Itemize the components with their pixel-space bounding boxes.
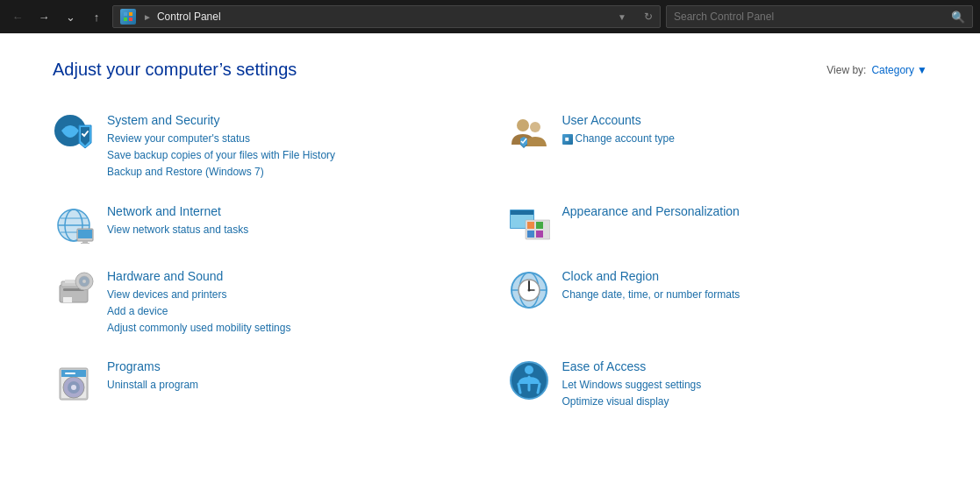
ease-of-access-title[interactable]: Ease of Access (562, 359, 928, 373)
control-panel-icon (120, 9, 136, 25)
user-accounts-text: User Accounts ■Change account type (562, 113, 928, 147)
system-security-icon (53, 113, 95, 155)
recent-locations-button[interactable]: ⌄ (60, 6, 81, 27)
hardware-sound-link-1[interactable]: View devices and printers (107, 287, 473, 303)
system-security-link-3[interactable]: Backup and Restore (Windows 7) (107, 164, 473, 181)
svg-point-8 (530, 122, 540, 132)
svg-point-7 (517, 119, 529, 131)
hardware-sound-link-2[interactable]: Add a device (107, 303, 473, 320)
svg-rect-19 (82, 241, 88, 243)
network-internet-title[interactable]: Network and Internet (107, 204, 473, 218)
network-internet-text: Network and Internet View network status… (107, 204, 473, 238)
system-security-link-1[interactable]: Review your computer's status (107, 131, 473, 147)
page-header: Adjust your computer’s settings View by:… (53, 60, 927, 80)
svg-rect-25 (527, 222, 534, 229)
svg-rect-3 (129, 18, 132, 21)
up-button[interactable]: ↑ (86, 6, 107, 27)
svg-rect-27 (527, 231, 534, 238)
view-by-dropdown[interactable]: Category ▼ (871, 64, 927, 76)
back-button[interactable]: ← (7, 6, 28, 27)
titlebar: ← → ⌄ ↑ ► Control Panel ▼ ↻ 🔍 (0, 0, 980, 33)
svg-rect-18 (78, 230, 92, 238)
svg-point-44 (527, 288, 530, 291)
programs-icon (53, 359, 95, 401)
address-bar[interactable]: ► Control Panel ▼ ↻ (112, 5, 661, 28)
network-internet-icon (53, 204, 95, 246)
programs-title[interactable]: Programs (107, 359, 473, 373)
clock-region-link-1[interactable]: Change date, time, or number formats (562, 287, 928, 303)
panel-network-internet[interactable]: Network and Internet View network status… (53, 197, 473, 253)
svg-rect-1 (129, 12, 132, 16)
svg-point-54 (525, 366, 533, 374)
user-accounts-link-1[interactable]: ■Change account type (562, 131, 928, 147)
svg-line-56 (538, 384, 540, 393)
system-security-text: System and Security Review your computer… (107, 113, 473, 181)
search-input[interactable] (674, 11, 951, 23)
view-by-value-text: Category (871, 64, 914, 76)
appearance-icon (508, 204, 550, 246)
programs-link-1[interactable]: Uninstall a program (107, 377, 473, 394)
address-dropdown-button[interactable]: ▼ (618, 12, 626, 22)
programs-text: Programs Uninstall a program (107, 359, 473, 394)
ease-of-access-icon (508, 359, 550, 401)
page-title: Adjust your computer’s settings (53, 60, 297, 80)
clock-region-icon (508, 269, 550, 311)
panel-programs[interactable]: Programs Uninstall a program (53, 352, 473, 417)
hardware-sound-link-3[interactable]: Adjust commonly used mobility settings (107, 320, 473, 337)
ease-of-access-link-1[interactable]: Let Windows suggest settings (562, 377, 928, 394)
appearance-text: Appearance and Personalization (562, 204, 928, 222)
user-accounts-title[interactable]: User Accounts (562, 113, 928, 127)
panel-system-security[interactable]: System and Security Review your computer… (53, 106, 473, 188)
svg-point-49 (71, 385, 76, 390)
clock-region-text: Clock and Region Change date, time, or n… (562, 269, 928, 303)
network-internet-link-1[interactable]: View network status and tasks (107, 222, 473, 238)
panel-clock-region[interactable]: Clock and Region Change date, time, or n… (508, 262, 928, 344)
breadcrumb-arrow: ► (143, 12, 152, 22)
view-by-label: View by: (826, 64, 866, 76)
hardware-sound-icon (53, 269, 95, 311)
search-icon[interactable]: 🔍 (951, 11, 965, 24)
forward-button[interactable]: → (33, 6, 54, 27)
panels-grid: System and Security Review your computer… (53, 106, 927, 418)
svg-rect-28 (536, 231, 543, 238)
panel-ease-of-access[interactable]: Ease of Access Let Windows suggest setti… (508, 352, 928, 417)
content-area: Adjust your computer’s settings View by:… (0, 33, 980, 504)
svg-rect-51 (65, 373, 75, 374)
svg-rect-2 (124, 18, 127, 21)
svg-rect-20 (81, 243, 89, 244)
view-by-chevron-icon: ▼ (917, 64, 927, 76)
panel-user-accounts[interactable]: User Accounts ■Change account type (508, 106, 928, 188)
address-text: Control Panel (157, 11, 221, 23)
system-security-link-2[interactable]: Save backup copies of your files with Fi… (107, 147, 473, 164)
clock-region-title[interactable]: Clock and Region (562, 269, 928, 283)
svg-rect-33 (63, 297, 72, 302)
ease-of-access-text: Ease of Access Let Windows suggest setti… (562, 359, 928, 410)
svg-rect-0 (124, 12, 127, 16)
ease-of-access-link-2[interactable]: Optimize visual display (562, 394, 928, 410)
svg-rect-23 (511, 210, 533, 215)
search-bar[interactable]: 🔍 (666, 5, 973, 28)
hardware-sound-text: Hardware and Sound View devices and prin… (107, 269, 473, 337)
svg-rect-26 (536, 222, 543, 229)
view-by-control[interactable]: View by: Category ▼ (826, 64, 927, 76)
svg-line-55 (519, 384, 520, 393)
svg-point-36 (82, 280, 86, 283)
hardware-sound-title[interactable]: Hardware and Sound (107, 269, 473, 283)
panel-hardware-sound[interactable]: Hardware and Sound View devices and prin… (53, 262, 473, 344)
appearance-title[interactable]: Appearance and Personalization (562, 204, 928, 218)
refresh-button[interactable]: ↻ (644, 11, 653, 23)
panel-appearance[interactable]: Appearance and Personalization (508, 197, 928, 253)
uac-shield-icon: ■ (562, 134, 573, 145)
user-accounts-icon (508, 113, 550, 155)
system-security-title[interactable]: System and Security (107, 113, 473, 127)
